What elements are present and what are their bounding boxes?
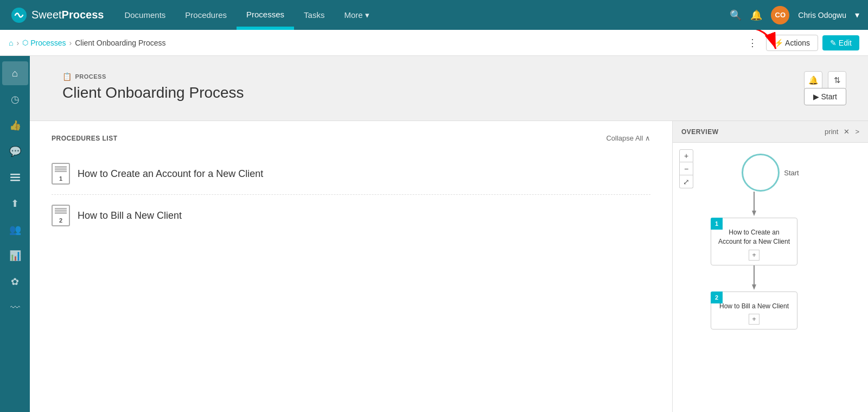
zoom-fit-button[interactable]: ⤢: [679, 175, 693, 188]
flowchart-arrow-2: [750, 265, 758, 291]
collapse-all-button[interactable]: Collapse All ∧: [606, 134, 650, 142]
svg-rect-2: [10, 174, 20, 175]
procedures-panel: PROCEDURES LIST Collapse All ∧ 1 How to …: [30, 121, 673, 412]
breadcrumb-current: Client Onboarding Process: [75, 39, 165, 47]
flowchart-start-label: Start: [784, 169, 799, 177]
bell-action-button[interactable]: 🔔: [804, 71, 822, 90]
topnav: SweetProcess Documents Procedures Proces…: [0, 0, 868, 30]
nav-documents[interactable]: Documents: [114, 0, 175, 30]
bell-icon[interactable]: 🔔: [750, 9, 762, 21]
sidebar-item-favorites[interactable]: 👍: [2, 113, 28, 137]
procedure-icon-2: 2: [52, 205, 70, 226]
nav-tasks[interactable]: Tasks: [294, 0, 334, 30]
breadcrumb-processes[interactable]: ⬡ Processes: [22, 39, 66, 47]
logo-text: SweetProcess: [31, 9, 104, 21]
nav-more[interactable]: More ▾: [334, 0, 379, 30]
procedures-header: PROCEDURES LIST Collapse All ∧: [52, 134, 650, 142]
svg-rect-4: [10, 180, 20, 181]
sidebar-item-comments[interactable]: 💬: [2, 140, 28, 163]
sidebar-item-recent[interactable]: ◷: [2, 87, 28, 111]
procedures-title: PROCEDURES LIST: [52, 135, 118, 142]
procedure-item-2[interactable]: 2 How to Bill a New Client: [52, 195, 650, 236]
flowchart-step-1[interactable]: 1 How to Create an Account for a New Cli…: [711, 218, 797, 265]
overview-close-button[interactable]: ✕: [844, 128, 850, 136]
overview-expand-button[interactable]: >: [855, 128, 859, 136]
overview-header: OVERVIEW print ✕ >: [673, 121, 868, 143]
sidebar-item-list[interactable]: [2, 166, 28, 189]
step-1-expand[interactable]: +: [749, 250, 760, 261]
overview-header-actions: print ✕ >: [825, 128, 859, 136]
breadcrumb: ⌂ › ⬡ Processes › Client Onboarding Proc…: [9, 39, 743, 47]
edit-button[interactable]: ✎ Edit: [822, 35, 859, 50]
step-2-expand[interactable]: +: [749, 314, 760, 325]
procedure-name-1: How to Create an Account for a New Clien…: [78, 168, 263, 180]
flowchart-arrow-1: [750, 192, 758, 218]
sidebar: ⌂ ◷ 👍 💬 ⬆ 👥 📊 ✿ 〰: [0, 56, 30, 412]
avatar[interactable]: CO: [771, 6, 789, 24]
start-row: Start: [742, 154, 799, 192]
zoom-in-button[interactable]: +: [679, 149, 693, 162]
svg-rect-3: [10, 177, 20, 179]
content-area: 📋 PROCESS Client Onboarding Process 🔔 ⇅ …: [30, 56, 868, 412]
step-1-badge: 1: [711, 218, 723, 230]
start-button[interactable]: ▶ Start: [804, 88, 846, 105]
overview-body: + − ⤢ Start: [673, 143, 868, 412]
main-layout: ⌂ ◷ 👍 💬 ⬆ 👥 📊 ✿ 〰 📋 PROCESS Client Onboa…: [0, 56, 868, 412]
svg-marker-6: [752, 211, 756, 216]
search-icon[interactable]: 🔍: [730, 9, 742, 21]
breadcrumb-bar: ⌂ › ⬡ Processes › Client Onboarding Proc…: [0, 30, 868, 56]
nav-processes[interactable]: Processes: [237, 0, 294, 30]
breadcrumb-sep-2: ›: [69, 39, 72, 47]
zoom-controls: + − ⤢: [679, 149, 693, 188]
logo[interactable]: SweetProcess: [0, 0, 114, 30]
sidebar-item-home[interactable]: ⌂: [2, 61, 28, 85]
sidebar-item-upload[interactable]: ⬆: [2, 192, 28, 215]
overview-print-button[interactable]: print: [825, 128, 838, 136]
more-options-button[interactable]: ⋮: [743, 35, 762, 51]
breadcrumb-sep-1: ›: [16, 39, 19, 47]
user-name[interactable]: Chris Odogwu: [798, 11, 846, 20]
breadcrumb-home[interactable]: ⌂: [9, 39, 13, 47]
step-2-text: How to Bill a New Client: [717, 302, 792, 311]
procedure-name-2: How to Bill a New Client: [78, 210, 182, 221]
process-label: 📋 PROCESS: [62, 72, 835, 81]
actions-button[interactable]: ⚡ Actions: [766, 35, 818, 51]
bottom-panels: PROCEDURES LIST Collapse All ∧ 1 How to …: [30, 121, 868, 412]
flowchart-start-node: [742, 154, 780, 192]
step-2-badge: 2: [711, 291, 723, 303]
nav-procedures[interactable]: Procedures: [175, 0, 237, 30]
process-header: 📋 PROCESS Client Onboarding Process 🔔 ⇅ …: [30, 56, 868, 121]
process-header-actions: 🔔 ⇅: [804, 71, 846, 90]
sidebar-item-workflows[interactable]: 〰: [2, 296, 28, 320]
zoom-out-button[interactable]: −: [679, 162, 693, 175]
topnav-right: 🔍 🔔 CO Chris Odogwu ▾: [721, 6, 868, 24]
overview-panel: OVERVIEW print ✕ > + − ⤢: [673, 121, 868, 412]
flowchart-step-2[interactable]: 2 How to Bill a New Client +: [711, 291, 797, 330]
topnav-links: Documents Procedures Processes Tasks Mor…: [114, 0, 721, 30]
sidebar-item-team[interactable]: 👥: [2, 218, 28, 242]
procedure-icon-1: 1: [52, 163, 70, 185]
sweetprocess-logo-icon: [11, 7, 27, 23]
sidebar-item-reports[interactable]: 📊: [2, 244, 28, 268]
home-icon: ⌂: [9, 39, 13, 47]
process-title: Client Onboarding Process: [62, 84, 835, 102]
svg-marker-8: [752, 284, 756, 290]
step-1-text: How to Create an Account for a New Clien…: [717, 228, 792, 246]
processes-icon: ⬡: [22, 39, 28, 47]
breadcrumb-actions: ⋮ ⚡ Actions ✎ Edit: [743, 35, 859, 51]
filter-action-button[interactable]: ⇅: [828, 71, 846, 90]
process-doc-icon: 📋: [62, 72, 72, 81]
user-dropdown-icon[interactable]: ▾: [855, 10, 859, 20]
overview-title: OVERVIEW: [681, 128, 718, 136]
procedure-item-1[interactable]: 1 How to Create an Account for a New Cli…: [52, 153, 650, 195]
sidebar-item-integrations[interactable]: ✿: [2, 270, 28, 294]
flowchart: Start 1 How to Create an Acc: [673, 143, 868, 340]
